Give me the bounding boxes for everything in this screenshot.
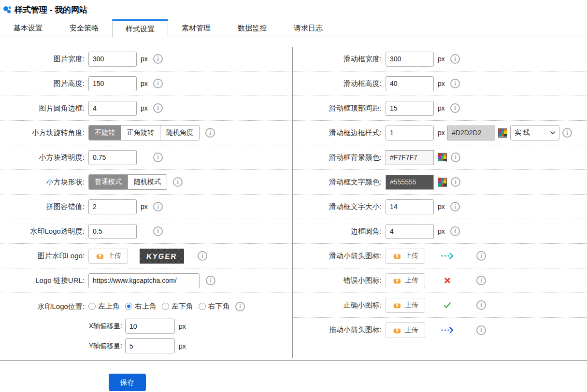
image-width-input[interactable] bbox=[88, 52, 137, 67]
tab-style-settings[interactable]: 样式设置 bbox=[112, 19, 168, 38]
field-label: Y轴偏移量: bbox=[88, 342, 122, 350]
info-icon[interactable] bbox=[450, 226, 460, 236]
info-icon[interactable] bbox=[153, 226, 163, 236]
info-icon[interactable] bbox=[476, 300, 486, 310]
info-icon[interactable] bbox=[153, 202, 163, 211]
block-rotate-segmented: 不旋转 正角旋转 随机角度 bbox=[88, 125, 200, 140]
tab-basic-settings[interactable]: 基本设置 bbox=[0, 19, 56, 37]
upload-error-icon-button[interactable]: 上传 bbox=[386, 273, 425, 288]
segment-right-rotate[interactable]: 正角旋转 bbox=[121, 126, 160, 140]
slider-border-width-input[interactable] bbox=[386, 126, 434, 140]
radio-bottom-right[interactable]: 右下角 bbox=[199, 302, 230, 311]
upload-drag-arrow-button[interactable]: 上传 bbox=[386, 322, 425, 337]
field-label: 正确小图标: bbox=[293, 301, 382, 310]
field-row-slider-border-style: 滑动框边框样式: px #D2D2D2 实 线 — bbox=[293, 121, 587, 145]
field-row-slider-font-size: 滑动框文字大小: px bbox=[293, 195, 587, 219]
info-icon[interactable] bbox=[476, 251, 486, 261]
info-icon[interactable] bbox=[153, 79, 163, 88]
field-label: 图片圆角边框: bbox=[0, 104, 85, 113]
field-row-slider-height: 滑动框高度: px bbox=[293, 71, 587, 96]
info-icon[interactable] bbox=[450, 202, 460, 211]
logo-url-input[interactable] bbox=[88, 273, 200, 288]
segment-normal-mode[interactable]: 普通模式 bbox=[89, 175, 128, 189]
tab-bar: 基本设置 安全策略 样式设置 素材管理 数据监控 请求日志 bbox=[0, 19, 587, 37]
info-icon[interactable] bbox=[153, 153, 163, 162]
tab-data-monitor[interactable]: 数据监控 bbox=[224, 19, 280, 37]
unit-label: px bbox=[141, 55, 148, 63]
red-cross-icon bbox=[440, 277, 455, 284]
field-row-puzzle-tolerance: 拼图容错值: px bbox=[0, 195, 292, 219]
window-header: 样式管理 - 我的网站 bbox=[0, 0, 587, 19]
info-icon[interactable] bbox=[450, 54, 460, 64]
slider-width-input[interactable] bbox=[386, 52, 434, 67]
bg-color-swatch-input[interactable]: #F7F7F7 bbox=[386, 150, 434, 165]
image-radius-input[interactable] bbox=[88, 101, 137, 116]
save-button[interactable]: 保存 bbox=[109, 374, 146, 391]
tab-security-policy[interactable]: 安全策略 bbox=[56, 19, 112, 37]
logo-position-radio-group: 左上角 右上角 左下角 右下角 bbox=[88, 299, 245, 314]
radio-top-left[interactable]: 左上角 bbox=[88, 302, 120, 311]
dotted-arrow-right-teal-icon bbox=[440, 252, 455, 260]
unit-label: px bbox=[438, 80, 445, 87]
border-color-swatch-input[interactable]: #D2D2D2 bbox=[447, 126, 495, 140]
segment-random-mode[interactable]: 随机模式 bbox=[128, 175, 167, 189]
field-label: 拖动小箭头图标: bbox=[293, 325, 382, 335]
color-palette-icon[interactable] bbox=[498, 128, 507, 138]
color-palette-icon[interactable] bbox=[438, 178, 447, 187]
cloud-upload-icon bbox=[392, 277, 402, 284]
slider-height-input[interactable] bbox=[386, 76, 434, 91]
tab-request-log[interactable]: 请求日志 bbox=[280, 19, 336, 37]
slider-font-size-input[interactable] bbox=[386, 199, 434, 214]
unit-label: px bbox=[179, 342, 186, 350]
cloud-upload-icon bbox=[392, 252, 402, 259]
info-icon[interactable] bbox=[206, 276, 215, 285]
field-label: 滑动框宽度: bbox=[293, 55, 382, 64]
segment-random-rotate[interactable]: 随机角度 bbox=[160, 126, 199, 140]
info-icon[interactable] bbox=[153, 54, 163, 64]
offset-x-input[interactable] bbox=[125, 319, 175, 334]
border-radius-input[interactable] bbox=[386, 224, 434, 239]
info-icon[interactable] bbox=[235, 302, 245, 311]
info-icon[interactable] bbox=[562, 128, 572, 138]
page-title: 样式管理 - 我的网站 bbox=[14, 4, 87, 15]
info-icon[interactable] bbox=[476, 276, 486, 285]
info-icon[interactable] bbox=[198, 251, 207, 261]
field-row-block-rotate: 小方块旋转角度: 不旋转 正角旋转 随机角度 bbox=[0, 121, 292, 145]
tab-material-manage[interactable]: 素材管理 bbox=[168, 19, 224, 37]
info-icon[interactable] bbox=[451, 153, 460, 162]
info-icon[interactable] bbox=[205, 128, 215, 138]
color-palette-icon[interactable] bbox=[438, 153, 447, 162]
offset-y-input[interactable] bbox=[125, 338, 175, 353]
info-icon[interactable] bbox=[476, 325, 486, 335]
text-color-swatch-input[interactable]: #555555 bbox=[386, 175, 434, 190]
unit-label: px bbox=[438, 203, 445, 210]
bubbles-icon bbox=[3, 5, 12, 14]
field-label: X轴偏移量: bbox=[88, 322, 122, 331]
field-row-slider-bg-color: 滑动框背景颜色: #F7F7F7 bbox=[293, 145, 587, 170]
info-icon[interactable] bbox=[450, 103, 460, 113]
radio-bottom-left[interactable]: 左下角 bbox=[162, 302, 193, 311]
field-label: 滑动小箭头图标: bbox=[293, 252, 382, 261]
segment-no-rotate[interactable]: 不旋转 bbox=[89, 126, 121, 140]
info-icon[interactable] bbox=[451, 177, 460, 187]
radio-top-right[interactable]: 右上角 bbox=[125, 302, 157, 311]
unit-label: px bbox=[141, 104, 148, 112]
radio-dot bbox=[125, 303, 132, 310]
field-row-image-height: 图片高度: px bbox=[0, 71, 292, 96]
cloud-upload-icon bbox=[95, 252, 105, 259]
logo-opacity-input[interactable] bbox=[88, 224, 137, 239]
image-height-input[interactable] bbox=[88, 76, 137, 91]
field-row-success-icon: 正确小图标: 上传 bbox=[293, 293, 587, 318]
chevron-down-icon bbox=[550, 131, 555, 134]
upload-slide-arrow-button[interactable]: 上传 bbox=[386, 249, 425, 264]
upload-success-icon-button[interactable]: 上传 bbox=[386, 298, 425, 313]
upload-logo-button[interactable]: 上传 bbox=[88, 249, 128, 264]
border-line-style-select[interactable]: 实 线 — bbox=[510, 125, 559, 140]
puzzle-tolerance-input[interactable] bbox=[88, 199, 137, 214]
info-icon[interactable] bbox=[173, 177, 183, 187]
block-opacity-input[interactable] bbox=[88, 150, 137, 165]
info-icon[interactable] bbox=[450, 79, 460, 88]
slider-top-margin-input[interactable] bbox=[386, 101, 434, 116]
field-label: 滑动框高度: bbox=[293, 79, 382, 88]
info-icon[interactable] bbox=[153, 103, 163, 113]
